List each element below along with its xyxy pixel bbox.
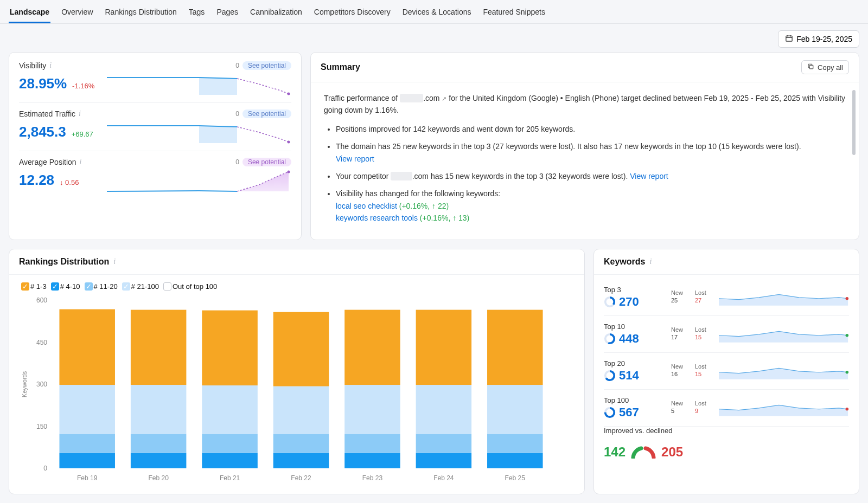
keyword-row: Top 100 567 New5 Lost9 xyxy=(604,390,849,427)
tab-rankings-distribution[interactable]: Rankings Distribution xyxy=(104,3,178,23)
svg-text:150: 150 xyxy=(36,422,47,430)
tab-tags[interactable]: Tags xyxy=(188,3,206,23)
zero-label: 0 xyxy=(235,158,239,166)
svg-rect-34 xyxy=(344,309,400,384)
info-icon[interactable]: i xyxy=(113,257,116,266)
svg-rect-39 xyxy=(416,309,472,384)
gauge-icon xyxy=(631,446,656,459)
see-potential-pill[interactable]: See potential xyxy=(242,109,291,118)
rankdist-title: Rankings Distribution xyxy=(19,257,109,267)
avgpos-value: 12.28 xyxy=(19,172,54,189)
visibility-delta: -1.16% xyxy=(72,82,94,90)
external-link-icon[interactable]: ↗ xyxy=(442,95,446,102)
svg-rect-11 xyxy=(59,453,115,468)
info-icon[interactable]: i xyxy=(649,257,652,266)
copy-all-button[interactable]: Copy all xyxy=(801,60,849,74)
kw-label: Top 100 xyxy=(604,396,663,404)
svg-rect-43 xyxy=(487,385,543,434)
svg-text:Feb 20: Feb 20 xyxy=(148,474,169,482)
svg-rect-19 xyxy=(131,309,187,384)
kw-sparkline xyxy=(719,288,849,306)
info-icon[interactable]: i xyxy=(79,109,81,118)
keyword-link[interactable]: local seo checklist xyxy=(336,202,397,210)
svg-text:Feb 24: Feb 24 xyxy=(433,474,454,482)
kw-sparkline xyxy=(719,325,849,343)
metrics-card: Visibility i 28.95% -1.16% 0 See potenti… xyxy=(9,52,302,240)
legend-checkbox-21-100[interactable]: ✓ xyxy=(122,282,130,291)
zero-label: 0 xyxy=(235,110,239,118)
metric-visibility: Visibility i 28.95% -1.16% 0 See potenti… xyxy=(19,61,291,103)
svg-rect-29 xyxy=(273,312,329,386)
tab-overview[interactable]: Overview xyxy=(60,3,94,23)
rankings-distribution-card: Rankings Distribution i ✓# 1-3 ✓# 4-10 ✓… xyxy=(9,249,585,494)
improved-value: 142 xyxy=(604,444,626,460)
svg-text:Feb 25: Feb 25 xyxy=(505,474,526,482)
view-report-link[interactable]: View report xyxy=(630,172,668,180)
metric-avgpos: Average Position i 12.28 ↓ 0.56 0 See po… xyxy=(19,151,291,192)
legend-checkbox-4-10[interactable]: ✓ xyxy=(51,282,59,291)
tab-competitors-discovery[interactable]: Competitors Discovery xyxy=(313,3,392,23)
svg-text:Feb 23: Feb 23 xyxy=(362,474,383,482)
see-potential-pill[interactable]: See potential xyxy=(242,61,291,70)
summary-bullet: Visibility has changed for the following… xyxy=(336,188,846,224)
kw-value: 514 xyxy=(619,369,639,383)
traffic-label: Estimated Traffic xyxy=(19,109,75,118)
scrollbar[interactable] xyxy=(852,90,856,155)
summary-title: Summary xyxy=(321,62,360,72)
svg-text:600: 600 xyxy=(36,296,47,304)
zero-label: 0 xyxy=(235,62,239,69)
svg-rect-16 xyxy=(131,453,187,468)
donut-icon xyxy=(604,370,616,382)
legend-checkbox-1-3[interactable]: ✓ xyxy=(21,282,29,291)
donut-icon xyxy=(604,296,616,308)
date-range-picker[interactable]: Feb 19-25, 2025 xyxy=(778,30,859,48)
kw-sparkline xyxy=(719,398,849,417)
visibility-label: Visibility xyxy=(19,61,46,70)
summary-card: Summary Copy all Traffic performance of … xyxy=(310,52,859,240)
summary-body: Traffic performance of .com ↗ for the Un… xyxy=(311,82,859,240)
svg-rect-41 xyxy=(487,453,543,468)
donut-icon xyxy=(604,333,616,345)
traffic-sparkline xyxy=(107,120,291,144)
summary-bullet: The domain has 25 new keywords in the to… xyxy=(336,140,846,165)
legend-checkbox-11-20[interactable]: ✓ xyxy=(85,282,93,291)
visibility-value: 28.95% xyxy=(19,75,67,92)
svg-rect-22 xyxy=(202,434,258,453)
svg-point-57 xyxy=(846,408,849,411)
tab-featured-snippets[interactable]: Featured Snippets xyxy=(482,3,546,23)
svg-rect-36 xyxy=(416,453,472,468)
legend-checkbox-out[interactable] xyxy=(163,282,171,291)
tab-devices-locations[interactable]: Devices & Locations xyxy=(401,3,473,23)
svg-text:Feb 21: Feb 21 xyxy=(220,474,240,482)
svg-rect-21 xyxy=(202,453,258,468)
kw-value: 448 xyxy=(619,332,639,346)
svg-rect-38 xyxy=(416,385,472,434)
info-icon[interactable]: i xyxy=(49,61,52,70)
svg-rect-12 xyxy=(59,434,115,453)
info-icon[interactable]: i xyxy=(80,158,82,166)
svg-text:300: 300 xyxy=(36,381,47,388)
svg-rect-14 xyxy=(59,309,115,385)
svg-text:450: 450 xyxy=(36,338,47,346)
keyword-row: Top 3 270 New25 Lost27 xyxy=(604,279,849,316)
domain-masked xyxy=(400,94,423,102)
svg-rect-17 xyxy=(131,434,187,453)
view-report-link[interactable]: View report xyxy=(336,154,374,163)
svg-point-51 xyxy=(846,334,849,337)
tab-landscape[interactable]: Landscape xyxy=(9,3,50,23)
metric-traffic: Estimated Traffic i 2,845.3 +69.67 0 See… xyxy=(19,103,291,151)
tab-cannibalization[interactable]: Cannibalization xyxy=(249,3,303,23)
tab-pages[interactable]: Pages xyxy=(215,3,239,23)
nav-tabs: Landscape Overview Rankings Distribution… xyxy=(0,0,868,24)
keyword-row: Top 10 448 New17 Lost15 xyxy=(604,316,849,353)
svg-text:Keywords: Keywords xyxy=(21,371,28,397)
see-potential-pill[interactable]: See potential xyxy=(242,158,291,166)
svg-rect-23 xyxy=(202,385,258,434)
keyword-link[interactable]: keywords research tools xyxy=(336,214,418,222)
svg-point-54 xyxy=(846,371,849,374)
keywords-card: Keywords i Top 3 270 New25 Lost27 xyxy=(593,249,859,494)
svg-point-2 xyxy=(288,141,290,144)
kw-sparkline xyxy=(719,362,849,380)
kw-label: Top 10 xyxy=(604,323,663,331)
svg-rect-44 xyxy=(487,309,543,384)
